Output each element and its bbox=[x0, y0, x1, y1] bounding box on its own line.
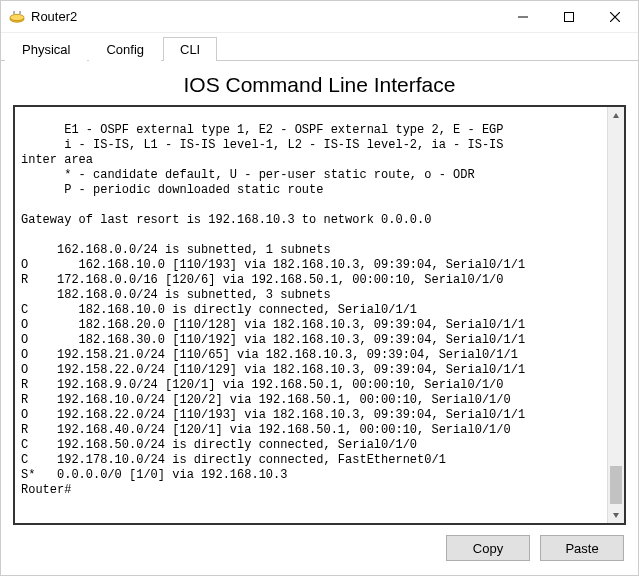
panel-title: IOS Command Line Interface bbox=[13, 73, 626, 97]
svg-rect-2 bbox=[565, 12, 574, 21]
scroll-track[interactable] bbox=[608, 124, 624, 506]
scroll-down-icon[interactable] bbox=[608, 506, 624, 523]
tab-config[interactable]: Config bbox=[89, 37, 161, 61]
cli-panel: IOS Command Line Interface E1 - OSPF ext… bbox=[1, 61, 638, 573]
tab-bar: Physical Config CLI bbox=[1, 33, 638, 61]
svg-point-1 bbox=[10, 14, 24, 20]
tab-cli[interactable]: CLI bbox=[163, 37, 217, 61]
maximize-button[interactable] bbox=[546, 1, 592, 33]
scroll-up-icon[interactable] bbox=[608, 107, 624, 124]
close-button[interactable] bbox=[592, 1, 638, 33]
cli-frame: E1 - OSPF external type 1, E2 - OSPF ext… bbox=[13, 105, 626, 525]
router-icon bbox=[9, 9, 25, 25]
scroll-thumb[interactable] bbox=[610, 466, 622, 504]
window-titlebar: Router2 bbox=[1, 1, 638, 33]
paste-button[interactable]: Paste bbox=[540, 535, 624, 561]
cli-scrollbar[interactable] bbox=[607, 107, 624, 523]
minimize-button[interactable] bbox=[500, 1, 546, 33]
copy-button[interactable]: Copy bbox=[446, 535, 530, 561]
tab-physical[interactable]: Physical bbox=[5, 37, 87, 61]
button-row: Copy Paste bbox=[13, 535, 626, 561]
window-title: Router2 bbox=[31, 9, 500, 24]
cli-output[interactable]: E1 - OSPF external type 1, E2 - OSPF ext… bbox=[15, 119, 607, 511]
